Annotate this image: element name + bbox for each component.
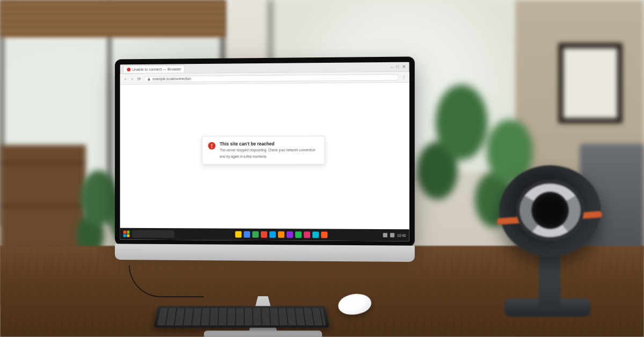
taskbar-pinned-apps	[235, 231, 327, 238]
error-alert-icon: !	[208, 142, 216, 150]
nav-back-icon[interactable]: ‹	[123, 77, 128, 81]
taskbar-search[interactable]	[132, 230, 174, 238]
webcam-device	[472, 165, 612, 326]
photo-scene: Unable to connect — Browser – □ ✕ ‹ › ⟳ …	[0, 0, 644, 337]
webcam-lens-icon	[516, 180, 584, 240]
nav-reload-icon[interactable]: ⟳	[137, 77, 141, 81]
browser-viewport: ! This site can't be reached The server …	[120, 83, 409, 229]
nav-forward-icon[interactable]: ›	[130, 77, 134, 81]
window-close-button[interactable]: ✕	[402, 64, 406, 69]
taskbar-app-icon[interactable]	[278, 231, 284, 238]
wall-picture-frame	[558, 43, 623, 123]
monitor-foot	[204, 331, 322, 337]
lock-icon	[148, 77, 151, 80]
taskbar-app-icon[interactable]	[321, 232, 327, 238]
desktop-monitor: Unable to connect — Browser – □ ✕ ‹ › ⟳ …	[113, 58, 413, 283]
taskbar-app-icon[interactable]	[261, 231, 267, 238]
taskbar-app-icon[interactable]	[304, 231, 310, 238]
monitor-screen: Unable to connect — Browser – □ ✕ ‹ › ⟳ …	[120, 62, 409, 241]
taskbar-app-icon[interactable]	[312, 231, 319, 238]
browser-tab[interactable]: Unable to connect — Browser	[123, 65, 185, 73]
window-maximize-button[interactable]: □	[396, 64, 399, 69]
error-description-line1: The server stopped responding. Check you…	[219, 148, 315, 153]
start-button[interactable]	[123, 231, 130, 237]
os-taskbar: 10:42	[120, 228, 409, 241]
taskbar-app-icon[interactable]	[295, 231, 302, 238]
tab-title: Unable to connect — Browser	[132, 67, 181, 71]
window-controls: – □ ✕	[391, 64, 406, 69]
taskbar-app-icon[interactable]	[244, 231, 250, 238]
address-bar-text: example.local/connection	[152, 77, 191, 80]
taskbar-app-icon[interactable]	[252, 231, 259, 238]
taskbar-app-icon[interactable]	[287, 231, 293, 238]
address-bar[interactable]: example.local/connection	[144, 74, 399, 83]
taskbar-app-icon[interactable]	[235, 231, 241, 238]
browser-menu-icon[interactable]: ⋮	[401, 75, 406, 79]
taskbar-clock[interactable]: 10:42	[397, 233, 406, 237]
tab-favicon-icon	[127, 68, 130, 71]
error-message-card: ! This site can't be reached The server …	[202, 136, 325, 164]
window-blinds	[0, 0, 225, 38]
keyboard	[153, 306, 330, 327]
system-tray: 10:42	[383, 233, 406, 237]
window-minimize-button[interactable]: –	[391, 64, 393, 69]
tray-volume-icon[interactable]	[390, 233, 394, 237]
monitor-chin	[115, 244, 415, 262]
error-title: This site can't be reached	[219, 141, 315, 146]
tray-network-icon[interactable]	[383, 233, 387, 237]
monitor-bezel: Unable to connect — Browser – □ ✕ ‹ › ⟳ …	[115, 56, 415, 246]
taskbar-app-icon[interactable]	[269, 231, 276, 238]
error-description-line2: and try again in a few moments.	[219, 154, 315, 159]
